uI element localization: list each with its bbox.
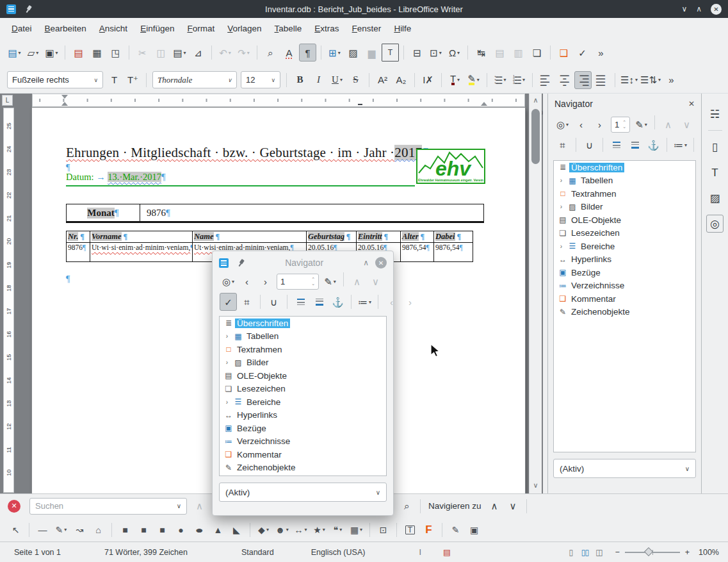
navigator-tree-item[interactable]: ≣ Überschriften (220, 317, 386, 330)
toolbar-button[interactable]: Ω ▾ (446, 44, 463, 62)
tab-stop-marker[interactable] (358, 104, 362, 105)
navigator-view-button[interactable] (311, 293, 328, 311)
document-selector-combo[interactable]: (Aktiv) ∨ (553, 459, 696, 478)
draw-tool-button[interactable]: ✎ ▾ (53, 521, 70, 539)
expander-icon[interactable]: › (556, 203, 566, 210)
toolbar-button[interactable]: ▤ ▾ (6, 44, 23, 62)
navigator-tree-item[interactable]: ❑ Kommentar (220, 448, 386, 461)
draw-tool-button[interactable]: ❝ ▾ (329, 521, 346, 539)
navigator-button[interactable]: ✎▾ (321, 272, 339, 290)
format-button[interactable]: » (663, 71, 680, 89)
format-button[interactable]: I (310, 71, 327, 89)
toolbar-button[interactable]: ⊞ ▾ (326, 44, 343, 62)
page-number-spinner[interactable]: 1 ⌃⌄ (611, 117, 630, 133)
navigator-view-button[interactable]: ≔▾ (356, 293, 373, 311)
toolbar-button[interactable]: A (280, 44, 298, 62)
expander-icon[interactable]: › (222, 399, 232, 406)
draw-tool-button[interactable]: ■ (135, 521, 152, 539)
navigate-up-button[interactable]: ∧ (486, 497, 503, 515)
insert-mode-icon[interactable]: I (410, 548, 430, 557)
format-button[interactable]: ▬▬▬ ▬▬ ▬▬▬ ▬▬ (574, 71, 592, 89)
draw-tool-button[interactable]: ⊡ (375, 521, 392, 539)
document-modified-icon[interactable]: ▤ (434, 547, 460, 557)
font-name-combo[interactable]: Thorndale∨ (152, 71, 237, 88)
indent-marker-right[interactable] (481, 102, 487, 106)
toolbar-button[interactable]: ❑ (555, 44, 572, 62)
menu-item[interactable]: Hilfe (387, 21, 417, 37)
navigator-tree-item[interactable]: › ▦ Tabellen (554, 174, 695, 188)
navigator-tree-item[interactable]: › ▦ Tabellen (220, 330, 386, 343)
toolbar-button[interactable]: ▤ ▾ (171, 44, 188, 62)
format-button[interactable]: B (291, 71, 309, 89)
navigator-button[interactable]: ✎▾ (633, 115, 650, 133)
menu-item[interactable]: Extras (308, 21, 345, 37)
expander-icon[interactable]: › (556, 243, 566, 250)
toolbar-button[interactable]: ⊡ ▾ (427, 44, 444, 62)
content-navigation-toggle[interactable]: ✓ (220, 293, 237, 311)
format-button[interactable]: ☰⇅ ▾ (640, 71, 661, 89)
tab-stop-selector[interactable]: L (2, 95, 13, 106)
toolbar-button[interactable]: ⊿ (190, 44, 207, 62)
format-button[interactable]: ☰↕ ▾ (620, 71, 638, 89)
menu-item[interactable]: Tabelle (268, 21, 309, 37)
draw-tool-button[interactable]: ◆ ▾ (255, 521, 272, 539)
close-find-bar-button[interactable]: ✕ (8, 500, 20, 513)
navigator-tree-item[interactable]: □ Textrahmen (554, 187, 695, 201)
menu-item[interactable]: Format (181, 21, 221, 37)
toolbar-button[interactable]: ▱ ▾ (24, 44, 42, 62)
sidebar-deck-button[interactable]: ▨ (706, 189, 724, 207)
toolbar-button[interactable]: ◳ (107, 44, 124, 62)
navigator-tree-item[interactable]: › ☰ Bereiche (220, 395, 386, 409)
style-button[interactable]: T⁺ (124, 71, 142, 89)
menu-item[interactable]: Fenster (346, 21, 388, 37)
format-button[interactable]: T ▾ (446, 71, 464, 89)
sidebar-deck-button[interactable]: ☵ (706, 105, 724, 123)
navigator-tree-item[interactable]: ▣ Bezüge (220, 422, 386, 435)
navigator-view-button[interactable]: ⌗ (238, 293, 255, 311)
toolbar-button[interactable]: » (592, 44, 610, 62)
menu-item[interactable]: Vorlagen (221, 21, 268, 37)
view-layout-button[interactable]: ▯ (564, 543, 577, 561)
draw-tool-button[interactable]: F (420, 521, 437, 539)
navigator-tree-item[interactable]: ≣ Überschriften (554, 161, 695, 174)
navigator-button[interactable]: ‹ (238, 272, 255, 290)
navigator-tree-item[interactable]: ❏ Lesezeichen (220, 383, 386, 396)
expander-icon[interactable]: › (222, 359, 232, 366)
zoom-slider[interactable] (625, 552, 680, 553)
navigator-tree-item[interactable]: › ☰ Bereiche (554, 240, 695, 253)
expander-icon[interactable]: › (222, 333, 232, 340)
close-icon[interactable]: ✕ (375, 257, 387, 269)
format-button[interactable]: U ▾ (328, 71, 346, 89)
style-button[interactable]: T (106, 71, 123, 89)
format-button[interactable]: ✎ ▾ (465, 71, 482, 89)
draw-tool-button[interactable]: T (401, 521, 419, 539)
format-button[interactable]: I✗ (419, 71, 437, 89)
word-count[interactable]: 71 Wörter, 399 Zeichen (95, 548, 197, 557)
navigator-tree-item[interactable]: ▤ OLE-Objekte (554, 213, 695, 227)
view-layout-button[interactable]: ▯▯ (578, 543, 591, 561)
sidebar-deck-button[interactable]: ◎ (706, 215, 724, 233)
scroll-down-icon[interactable]: ∨ (530, 481, 542, 490)
menu-item[interactable]: Ansicht (93, 21, 134, 37)
navigator-view-button[interactable]: ∪ (581, 136, 598, 154)
navigator-tree-item[interactable]: ↔ Hyperlinks (220, 409, 386, 422)
zoom-in-button[interactable]: + (685, 548, 690, 557)
draw-tool-button[interactable]: ■ (117, 521, 134, 539)
navigator-tree-item[interactable]: ↔ Hyperlinks (554, 253, 695, 267)
chevron-down-icon[interactable]: ∨ (177, 502, 181, 509)
navigator-button[interactable]: ‹ (572, 115, 590, 133)
navigator-button[interactable]: › (591, 115, 608, 133)
navigator-view-button[interactable]: ⌗ (554, 136, 571, 154)
indent-marker-left[interactable] (61, 95, 68, 99)
view-layout-button[interactable]: ◫ (592, 543, 605, 561)
font-size-combo[interactable]: 12∨ (241, 71, 280, 88)
navigator-button[interactable]: ◎▾ (554, 115, 571, 133)
navigator-tree-item[interactable]: ✎ Zeichenobjekte (220, 461, 386, 475)
draw-tool-button[interactable]: ◣ (228, 521, 245, 539)
format-button[interactable]: A² (374, 71, 391, 89)
toolbar-button[interactable]: ↹ (473, 44, 490, 62)
find-all-button[interactable]: ⌕ (398, 497, 416, 515)
spinner-arrows-icon[interactable]: ⌃⌄ (311, 277, 315, 286)
draw-tool-button[interactable]: ⌂ (90, 521, 107, 539)
toolbar-button[interactable]: ▣ ▾ (43, 44, 60, 62)
